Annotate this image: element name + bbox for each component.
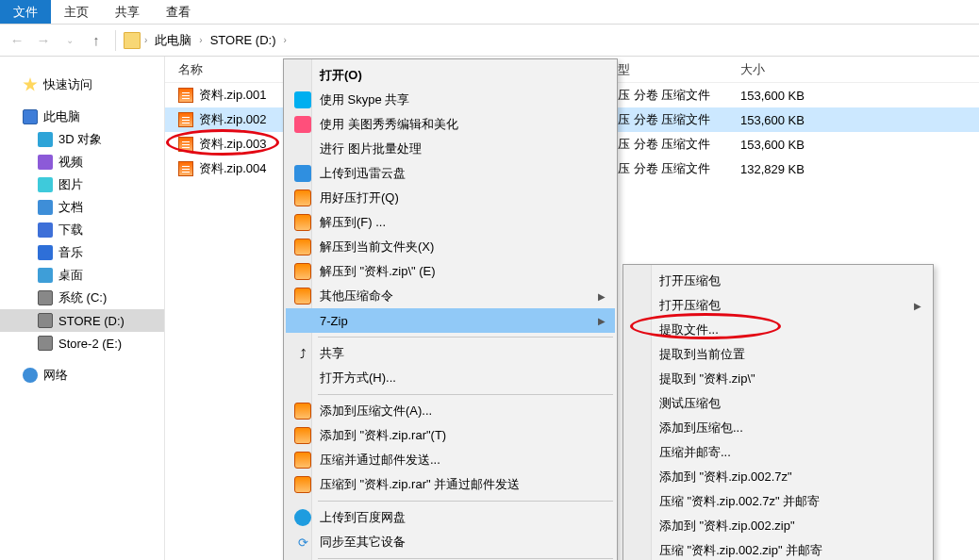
tree-downloads[interactable]: 下载 [0, 219, 164, 241]
tree-label: 快速访问 [43, 76, 92, 93]
file-name: 资料.zip.004 [199, 160, 267, 177]
tree-label: 视频 [58, 154, 83, 171]
menu-compress-mail[interactable]: 压缩并通过邮件发送... [286, 448, 615, 472]
chevron-right-icon[interactable]: › [144, 35, 147, 45]
submenu-open-archive-1[interactable]: 打开压缩包 [625, 269, 931, 293]
tree-documents[interactable]: 文档 [0, 196, 164, 219]
drive-icon [38, 313, 53, 328]
submenu-open-archive-2[interactable]: 打开压缩包▶ [625, 293, 931, 318]
archive-icon [294, 214, 311, 231]
nav-up-button[interactable]: ↑ [85, 29, 108, 52]
menu-open[interactable]: 打开(O) [286, 63, 615, 88]
menu-meitu-edit[interactable]: 使用 美图秀秀编辑和美化 [286, 112, 615, 137]
nav-back-button[interactable]: ← [6, 29, 28, 52]
baidu-icon [294, 509, 311, 526]
file-size: 153,600 KB [740, 89, 844, 103]
menu-open-with[interactable]: 打开方式(H)... [286, 366, 615, 390]
ribbon-tab-file[interactable]: 文件 [0, 0, 51, 24]
image-icon [38, 177, 53, 192]
file-size: 153,600 KB [740, 113, 844, 127]
ribbon-tab-view[interactable]: 查看 [153, 0, 204, 24]
col-size[interactable]: 大小 [740, 61, 844, 78]
tree-desktop[interactable]: 桌面 [0, 264, 164, 287]
file-type: 压 分卷 压缩文件 [618, 87, 740, 104]
submenu-compress-zip-mail[interactable]: 压缩 "资料.zip.002.zip" 并邮寄 [625, 538, 931, 560]
chevron-right-icon: ▶ [598, 291, 606, 302]
tree-this-pc[interactable]: 此电脑 [0, 106, 164, 128]
tree-drive-e[interactable]: Store-2 (E:) [0, 332, 164, 354]
file-type: 压 分卷 压缩文件 [618, 160, 740, 177]
menu-add-rar[interactable]: 添加到 "资料.zip.rar"(T) [286, 423, 615, 448]
archive-icon [294, 239, 311, 255]
submenu-add-archive[interactable]: 添加到压缩包... [625, 416, 931, 440]
col-type[interactable]: 型 [618, 61, 740, 78]
archive-file-icon [178, 137, 193, 152]
menu-add-archive[interactable]: 添加到压缩文件(A)... [286, 399, 615, 423]
menu-batch-image[interactable]: 进行 图片批量处理 [286, 137, 615, 161]
submenu-extract-named[interactable]: 提取到 "资料.zip\" [625, 367, 931, 391]
menu-separator [318, 337, 613, 338]
chevron-right-icon[interactable]: › [199, 35, 202, 45]
submenu-add-7z[interactable]: 添加到 "资料.zip.002.7z" [625, 465, 931, 489]
ribbon-tab-home[interactable]: 主页 [51, 0, 102, 24]
submenu-compress-7z-mail[interactable]: 压缩 "资料.zip.002.7z" 并邮寄 [625, 489, 931, 514]
menu-share[interactable]: ⤴共享 [286, 341, 615, 366]
archive-file-icon [178, 112, 193, 127]
file-size: 132,829 KB [740, 162, 844, 176]
menu-baidu-upload[interactable]: 上传到百度网盘 [286, 505, 615, 530]
file-name: 资料.zip.001 [199, 87, 267, 104]
menu-skype-share[interactable]: 使用 Skype 共享 [286, 88, 615, 112]
folder-icon [124, 32, 141, 49]
thunder-icon [294, 165, 311, 182]
menu-extract-named[interactable]: 解压到 "资料.zip\" (E) [286, 259, 615, 284]
submenu-compress-mail[interactable]: 压缩并邮寄... [625, 440, 931, 465]
menu-separator [318, 501, 613, 502]
menu-haozip-open[interactable]: 用好压打开(Q) [286, 186, 615, 210]
tree-3d-objects[interactable]: 3D 对象 [0, 128, 164, 151]
tree-label: 桌面 [58, 267, 83, 284]
menu-compress-rar-mail[interactable]: 压缩到 "资料.zip.rar" 并通过邮件发送 [286, 472, 615, 497]
menu-thunder-upload[interactable]: 上传到迅雷云盘 [286, 161, 615, 186]
ribbon: 文件 主页 共享 查看 [0, 0, 979, 25]
tree-drive-d[interactable]: STORE (D:) [0, 309, 164, 332]
nav-recent-button[interactable]: ⌄ [58, 29, 81, 52]
tree-quick-access[interactable]: 快速访问 [0, 74, 164, 96]
chevron-right-icon[interactable]: › [284, 35, 287, 45]
tree-label: 网络 [43, 367, 68, 384]
tree-drive-c[interactable]: 系统 (C:) [0, 287, 164, 309]
crumb-thispc[interactable]: 此电脑 [151, 30, 195, 51]
file-name: 资料.zip.002 [199, 111, 267, 128]
menu-extract-to[interactable]: 解压到(F) ... [286, 210, 615, 235]
drive-icon [38, 336, 53, 351]
menu-extract-here[interactable]: 解压到当前文件夹(X) [286, 235, 615, 259]
tree-label: 3D 对象 [58, 131, 102, 148]
menu-separator [318, 558, 613, 559]
tree-label: 系统 (C:) [58, 289, 107, 306]
tree-pictures[interactable]: 图片 [0, 173, 164, 196]
submenu-add-zip[interactable]: 添加到 "资料.zip.002.zip" [625, 514, 931, 538]
breadcrumb[interactable]: › 此电脑 › STORE (D:) › [124, 30, 287, 51]
tree-videos[interactable]: 视频 [0, 151, 164, 173]
ribbon-tab-share[interactable]: 共享 [102, 0, 153, 24]
submenu-test-archive[interactable]: 测试压缩包 [625, 391, 931, 416]
monitor-icon [23, 109, 38, 124]
nav-forward-button[interactable]: → [32, 29, 55, 52]
menu-sync-devices[interactable]: ⟳同步至其它设备 [286, 530, 615, 554]
doc-icon [38, 200, 53, 215]
menu-7zip[interactable]: 7-Zip▶ [286, 308, 615, 333]
crumb-store-d[interactable]: STORE (D:) [207, 31, 280, 49]
tree-label: 下载 [58, 222, 83, 239]
navbar: ← → ⌄ ↑ › 此电脑 › STORE (D:) › [0, 25, 979, 57]
archive-file-icon [178, 161, 193, 176]
tree-network[interactable]: 网络 [0, 364, 164, 387]
submenu-extract-here[interactable]: 提取到当前位置 [625, 342, 931, 367]
download-icon [38, 222, 53, 238]
menu-other-compress[interactable]: 其他压缩命令▶ [286, 284, 615, 308]
chevron-right-icon: ▶ [914, 301, 921, 311]
menu-separator [318, 394, 613, 395]
archive-icon [294, 452, 311, 469]
submenu-extract-files[interactable]: 提取文件... [625, 318, 931, 342]
desktop-icon [38, 268, 53, 283]
tree-music[interactable]: 音乐 [0, 241, 164, 264]
tree-label: 图片 [58, 176, 83, 193]
